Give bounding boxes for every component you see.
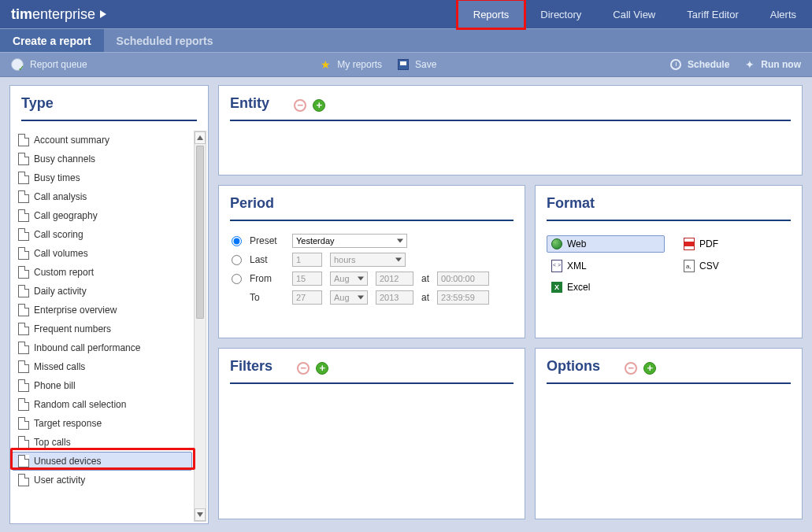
scroll-down-icon[interactable] <box>195 508 206 521</box>
type-panel: Type Account summaryBusy channelsBusy ti… <box>9 85 209 524</box>
type-item[interactable]: Top calls <box>12 433 192 452</box>
report-queue-button[interactable]: Report queue <box>11 58 87 71</box>
entity-title: Entity <box>219 86 280 120</box>
csv-icon <box>684 260 695 272</box>
run-now-label: Run now <box>761 59 801 70</box>
type-item-label: Phone bill <box>34 380 76 391</box>
type-item[interactable]: Frequent numbers <box>12 320 192 338</box>
type-item-label: Frequent numbers <box>34 323 111 334</box>
subtab-create-a-report[interactable]: Create a report <box>0 29 104 52</box>
toolbar: Report queue ★ My reports Save Schedule … <box>0 52 812 77</box>
type-item[interactable]: Random call selection <box>12 395 192 414</box>
nav-alerts[interactable]: Alerts <box>755 0 812 28</box>
type-item-label: Account summary <box>34 135 109 146</box>
options-remove-button[interactable]: − <box>625 362 637 375</box>
document-icon <box>18 209 29 222</box>
period-from-radio[interactable] <box>232 274 242 284</box>
format-excel[interactable]: XExcel <box>547 279 665 295</box>
type-item-label: Enterprise overview <box>34 305 117 316</box>
nav-directory[interactable]: Directory <box>525 0 597 28</box>
schedule-button[interactable]: Schedule <box>670 59 729 70</box>
filters-remove-button[interactable]: − <box>297 362 310 375</box>
type-item[interactable]: Custom report <box>12 263 192 282</box>
document-icon <box>18 266 29 279</box>
save-label: Save <box>415 59 436 70</box>
type-item[interactable]: Inbound call performance <box>12 338 192 357</box>
type-item[interactable]: Call scoring <box>12 225 192 244</box>
type-item[interactable]: Daily activity <box>12 282 192 301</box>
period-at-label-2: at <box>421 292 429 303</box>
options-panel: Options − + <box>535 348 803 519</box>
nav-call-view[interactable]: Call View <box>597 0 671 28</box>
type-item[interactable]: Call volumes <box>12 244 192 263</box>
period-last-radio[interactable] <box>232 255 242 265</box>
save-icon <box>398 59 409 70</box>
format-label: XML <box>567 260 587 272</box>
type-item[interactable]: Busy times <box>12 168 192 187</box>
type-item-label: Call scoring <box>34 229 83 240</box>
type-item[interactable]: Account summary <box>12 131 192 150</box>
nav-tariff-editor[interactable]: Tariff Editor <box>671 0 755 28</box>
options-add-button[interactable]: + <box>643 362 656 375</box>
format-label: Web <box>567 238 586 249</box>
period-to-month[interactable] <box>330 290 368 305</box>
period-to-time[interactable] <box>437 290 489 305</box>
document-icon <box>18 417 29 430</box>
type-item[interactable]: Unused devices <box>12 452 192 471</box>
document-icon <box>18 342 29 354</box>
nav-reports[interactable]: Reports <box>458 0 525 28</box>
format-web[interactable]: Web <box>547 235 665 253</box>
format-xml[interactable]: XML <box>547 257 665 275</box>
entity-panel: Entity − + <box>218 85 803 175</box>
clock-icon <box>670 59 681 70</box>
format-label: CSV <box>699 260 719 272</box>
document-icon <box>18 247 29 260</box>
run-icon: ✦ <box>745 58 755 71</box>
period-from-year[interactable] <box>376 272 413 286</box>
format-label: Excel <box>567 282 590 293</box>
my-reports-button[interactable]: ★ My reports <box>321 58 382 71</box>
type-item[interactable]: User activity <box>12 471 192 490</box>
right-column: Entity − + Period Preset <box>218 85 803 524</box>
type-item-label: Inbound call performance <box>34 342 140 353</box>
entity-remove-button[interactable]: − <box>294 99 306 112</box>
run-now-button[interactable]: ✦ Run now <box>745 58 801 71</box>
period-last-unit[interactable] <box>330 253 406 267</box>
entity-add-button[interactable]: + <box>313 99 325 112</box>
period-preset-select[interactable] <box>292 234 407 248</box>
subtab-scheduled-reports[interactable]: Scheduled reports <box>104 29 226 52</box>
period-last-value[interactable] <box>292 253 322 267</box>
logo-chevron-icon <box>100 10 106 18</box>
format-csv[interactable]: CSV <box>679 257 791 275</box>
type-item[interactable]: Enterprise overview <box>12 301 192 320</box>
period-to-year[interactable] <box>376 290 413 305</box>
type-item[interactable]: Missed calls <box>12 357 192 376</box>
filters-add-button[interactable]: + <box>316 362 328 375</box>
period-to-day[interactable] <box>292 290 322 305</box>
period-from-month[interactable] <box>330 272 368 286</box>
document-icon <box>18 360 29 373</box>
type-item[interactable]: Target response <box>12 414 192 433</box>
type-item-label: Top calls <box>34 437 71 448</box>
type-item[interactable]: Busy channels <box>12 150 192 168</box>
xls-icon: X <box>551 282 562 293</box>
period-panel: Period Preset Last <box>218 185 525 338</box>
pdf-icon <box>684 238 695 250</box>
period-title: Period <box>219 186 525 220</box>
format-pdf[interactable]: PDF <box>679 235 791 253</box>
scroll-up-icon[interactable] <box>195 131 206 144</box>
scroll-thumb[interactable] <box>196 146 204 319</box>
type-item[interactable]: Call analysis <box>12 187 192 206</box>
period-from-day[interactable] <box>292 272 322 286</box>
type-scrollbar[interactable] <box>194 131 206 522</box>
logo-light: enterprise <box>32 6 95 23</box>
save-button[interactable]: Save <box>398 59 436 70</box>
period-preset-radio[interactable] <box>232 236 242 246</box>
period-to-label: To <box>250 292 284 303</box>
type-item-label: Busy times <box>34 172 80 183</box>
type-item[interactable]: Call geography <box>12 206 192 225</box>
document-icon <box>18 474 29 486</box>
type-item-label: Busy channels <box>34 153 95 164</box>
period-from-time[interactable] <box>437 272 489 286</box>
type-item[interactable]: Phone bill <box>12 376 192 395</box>
